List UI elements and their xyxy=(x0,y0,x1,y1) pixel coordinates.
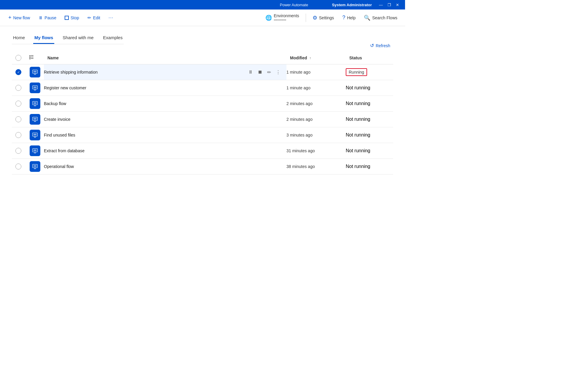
row-checkbox[interactable] xyxy=(15,148,21,154)
tab-home[interactable]: Home xyxy=(12,32,26,44)
table-row: Retrieve shipping information ⏸ ⏹ ✏ ⋮ 1 … xyxy=(12,64,393,80)
tab-shared-with-me[interactable]: Shared with me xyxy=(61,32,95,44)
pause-icon: ⏸ xyxy=(38,15,43,20)
edit-label: Edit xyxy=(93,15,100,20)
col-header-flow-icon xyxy=(25,51,44,64)
environments-label: Environments xyxy=(274,13,299,18)
row-pause-button[interactable]: ⏸ xyxy=(247,68,254,76)
environments-value: •••••••••• xyxy=(274,18,286,22)
edit-button[interactable]: ✏ Edit xyxy=(84,13,104,22)
environments-button[interactable]: 🌐 Environments •••••••••• xyxy=(262,12,302,24)
settings-button[interactable]: ⚙ Settings xyxy=(310,13,337,23)
toolbar: + New flow ⏸ Pause Stop ✏ Edit ··· 🌐 Env… xyxy=(0,9,405,26)
settings-label: Settings xyxy=(319,15,334,20)
flow-name: Create invoice xyxy=(44,117,286,122)
new-flow-label: New flow xyxy=(13,15,30,20)
minimize-button[interactable]: — xyxy=(377,2,385,8)
row-checkbox[interactable] xyxy=(15,132,21,138)
table-row: Find unused files 3 minutes ago Not runn… xyxy=(12,127,393,143)
flow-name: Operational flow xyxy=(44,164,286,169)
pause-button[interactable]: ⏸ Pause xyxy=(35,13,60,22)
table-row: Backup flow 2 minutes ago Not running xyxy=(12,96,393,112)
status-badge: Running xyxy=(346,68,367,76)
status-text: Not running xyxy=(346,132,370,137)
flow-icon xyxy=(30,98,40,109)
help-label: Help xyxy=(347,15,356,20)
new-flow-button[interactable]: + New flow xyxy=(5,13,34,23)
table-row: Create invoice 2 minutes ago Not running xyxy=(12,112,393,127)
search-flows-button[interactable]: 🔍 Search Flows xyxy=(361,13,400,23)
status-text: Not running xyxy=(346,85,370,90)
table-row: Operational flow 38 minutes ago Not runn… xyxy=(12,159,393,175)
plus-icon: + xyxy=(8,15,12,21)
status-text: Not running xyxy=(346,164,370,169)
refresh-button[interactable]: ↺ Refresh xyxy=(367,41,393,50)
flow-name: Extract from database xyxy=(44,148,286,153)
main-content: Home My flows Shared with me Examples ↺ … xyxy=(0,26,405,180)
flow-name: Retrieve shipping information xyxy=(44,70,247,74)
row-edit-button[interactable]: ✏ xyxy=(266,68,272,76)
flow-icon xyxy=(30,130,40,140)
toolbar-right: 🌐 Environments •••••••••• ⚙ Settings ? H… xyxy=(262,12,400,24)
col-header-modified[interactable]: Modified ↑ xyxy=(286,51,346,64)
flow-name: Backup flow xyxy=(44,101,286,106)
table-row: Extract from database 31 minutes ago Not… xyxy=(12,143,393,159)
flow-modified: 2 minutes ago xyxy=(286,117,313,122)
select-all-checkbox[interactable] xyxy=(15,55,21,61)
col-header-status: Status xyxy=(346,51,393,64)
search-flows-label: Search Flows xyxy=(372,15,397,20)
tab-my-flows[interactable]: My flows xyxy=(33,32,54,44)
flow-icon xyxy=(30,161,40,172)
tab-examples[interactable]: Examples xyxy=(102,32,124,44)
row-checkbox[interactable] xyxy=(15,85,21,91)
app-title: Power Automate xyxy=(280,3,308,7)
close-button[interactable]: ✕ xyxy=(393,2,401,8)
row-more-button[interactable]: ⋮ xyxy=(275,68,282,76)
row-action-buttons: ⏸ ⏹ ✏ ⋮ xyxy=(247,68,282,76)
settings-icon: ⚙ xyxy=(313,15,317,21)
refresh-label: Refresh xyxy=(376,43,390,48)
col-header-check xyxy=(12,51,25,64)
stop-label: Stop xyxy=(71,15,79,20)
flow-name: Register new customer xyxy=(44,85,286,90)
table-row: Register new customer 1 minute ago Not r… xyxy=(12,80,393,96)
title-bar: Power Automate System Administrator — ❐ … xyxy=(0,0,405,9)
flow-modified: 1 minute ago xyxy=(286,85,310,90)
flow-icon xyxy=(30,67,40,77)
flow-icon xyxy=(30,145,40,156)
row-checkbox[interactable] xyxy=(15,116,21,122)
flow-modified: 1 minute ago xyxy=(286,70,310,74)
flow-modified: 2 minutes ago xyxy=(286,101,313,106)
nav-tabs: Home My flows Shared with me Examples xyxy=(12,32,124,44)
status-text: Not running xyxy=(346,101,370,106)
row-stop-button[interactable]: ⏹ xyxy=(256,68,264,76)
restore-button[interactable]: ❐ xyxy=(385,2,393,8)
row-checkbox[interactable] xyxy=(15,101,21,107)
status-text: Not running xyxy=(346,117,370,122)
edit-icon: ✏ xyxy=(87,15,91,20)
refresh-icon: ↺ xyxy=(370,43,374,48)
row-checkbox[interactable] xyxy=(15,69,21,75)
more-icon: ··· xyxy=(109,15,113,20)
pause-label: Pause xyxy=(44,15,56,20)
flow-modified: 3 minutes ago xyxy=(286,133,313,137)
user-name: System Administrator xyxy=(332,3,372,7)
flow-icon xyxy=(30,114,40,125)
sort-arrow-icon: ↑ xyxy=(310,56,311,60)
flows-table: Name Modified ↑ Status xyxy=(12,51,393,175)
status-text: Not running xyxy=(346,148,370,153)
stop-button[interactable]: Stop xyxy=(61,14,83,22)
globe-icon: 🌐 xyxy=(265,15,272,21)
help-icon: ? xyxy=(342,15,345,21)
divider xyxy=(306,14,306,22)
help-button[interactable]: ? Help xyxy=(339,13,358,23)
flow-modified: 31 minutes ago xyxy=(286,148,315,153)
flow-type-icon xyxy=(28,54,34,60)
row-checkbox[interactable] xyxy=(15,164,21,169)
flow-icon xyxy=(30,83,40,93)
flow-modified: 38 minutes ago xyxy=(286,164,315,169)
flow-name: Find unused files xyxy=(44,133,286,137)
stop-icon xyxy=(65,16,69,20)
more-button[interactable]: ··· xyxy=(105,13,117,22)
search-icon: 🔍 xyxy=(364,15,370,21)
